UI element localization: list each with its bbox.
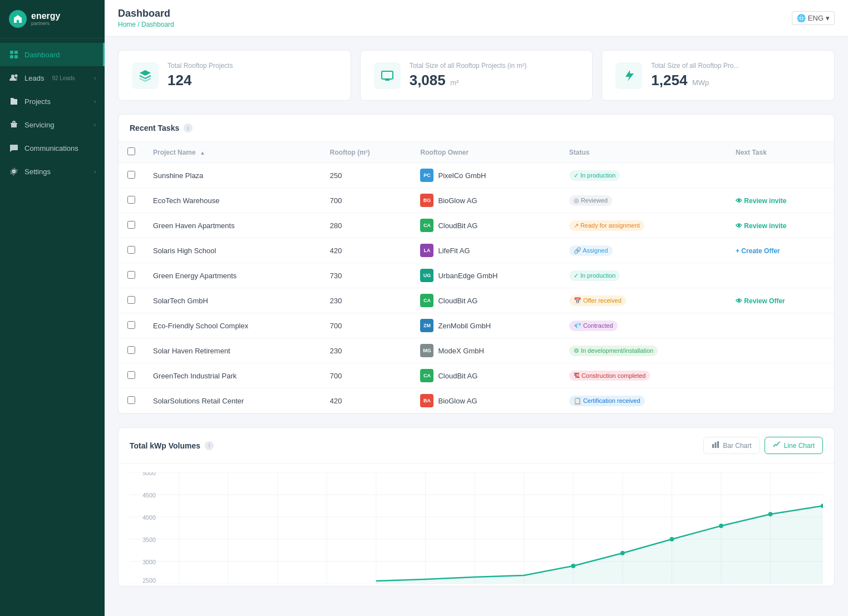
row-checkbox[interactable]: [127, 196, 135, 204]
row-checkbox[interactable]: [127, 346, 135, 354]
table-row: Eco-Friendly School Complex700ZMZenMobil…: [119, 313, 834, 338]
stat-cards: Total Rooftop Projects 124 Total Size of…: [118, 50, 835, 101]
next-task-cell: [727, 388, 834, 413]
project-name-cell: Solaris High School: [144, 238, 321, 263]
svg-text:4000: 4000: [142, 514, 156, 521]
chart-area: 5000 4500 4000 3500 3000 2500: [119, 464, 834, 586]
status-cell: 💎 Contracted: [560, 313, 727, 338]
svg-rect-0: [10, 51, 13, 54]
table-row: Green Energy Apartments730UGUrbanEdge Gm…: [119, 263, 834, 288]
sidebar-item-settings[interactable]: Settings ›: [0, 160, 105, 183]
project-name-cell: Eco-Friendly School Complex: [144, 313, 321, 338]
chart-info-icon[interactable]: i: [205, 441, 214, 450]
table-row: GreenTech Industrial Park700CACloudBit A…: [119, 363, 834, 388]
top-bar: Dashboard Home / Dashboard 🌐 ENG ▾: [105, 0, 848, 37]
lang-label: ENG: [808, 14, 824, 22]
row-checkbox[interactable]: [127, 246, 135, 254]
row-checkbox[interactable]: [127, 396, 135, 404]
next-task-cell: [727, 363, 834, 388]
col-project-name[interactable]: Project Name ▲: [144, 142, 321, 163]
svg-rect-1: [14, 51, 18, 54]
svg-text:4500: 4500: [142, 492, 156, 499]
svg-rect-6: [11, 99, 17, 105]
rooftop-cell: 280: [321, 213, 412, 238]
svg-point-5: [15, 75, 18, 77]
globe-icon: 🌐: [797, 14, 806, 22]
svg-rect-9: [715, 442, 717, 448]
recent-tasks-section: Recent Tasks i Project Name ▲ Rooftop (m…: [118, 114, 835, 414]
info-icon[interactable]: i: [184, 124, 193, 132]
table-row: Solaris High School420LALifeFit AG🔗 Assi…: [119, 238, 834, 263]
row-checkbox[interactable]: [127, 221, 135, 229]
sort-arrow: ▲: [200, 150, 205, 156]
line-chart-svg: 5000 4500 4000 3500 3000 2500: [130, 472, 823, 584]
bar-chart-label: Bar Chart: [723, 442, 751, 450]
sidebar-item-servicing[interactable]: Servicing ›: [0, 113, 105, 136]
row-checkbox[interactable]: [127, 321, 135, 329]
sidebar-item-dashboard[interactable]: Dashboard: [0, 43, 105, 66]
svg-text:3000: 3000: [142, 559, 156, 565]
table-row: Solar Haven Retirement230MGModeX GmbH⚙ I…: [119, 338, 834, 363]
chevron-right-icon: ›: [94, 169, 96, 175]
next-task-link[interactable]: 👁 Review invite: [736, 222, 786, 230]
svg-rect-8: [712, 444, 714, 448]
stat-value-projects: 124: [167, 72, 233, 89]
sidebar-navigation: Dashboard Leads 92 Leads › Projects ›: [0, 38, 105, 616]
line-chart-button[interactable]: Line Chart: [765, 437, 823, 454]
next-task-cell: 👁 Review invite: [727, 188, 834, 213]
rooftop-cell: 230: [321, 338, 412, 363]
sidebar-item-communications[interactable]: Communications: [0, 136, 105, 160]
next-task-cell: [727, 338, 834, 363]
status-cell: ◎ Reviewed: [560, 188, 727, 213]
row-checkbox[interactable]: [127, 271, 135, 279]
content-area: Total Rooftop Projects 124 Total Size of…: [105, 37, 848, 613]
rooftop-cell: 230: [321, 288, 412, 313]
tasks-table: Project Name ▲ Rooftop (m²) Rooftop Owne…: [119, 142, 834, 413]
status-cell: ↗ Ready for assignment: [560, 213, 727, 238]
owner-cell: BABioGlow AG: [411, 388, 560, 413]
status-cell: ⚙ In development/installation: [560, 338, 727, 363]
tasks-title: Recent Tasks: [130, 124, 179, 132]
col-owner: Rooftop Owner: [411, 142, 560, 163]
row-checkbox[interactable]: [127, 171, 135, 179]
rooftop-cell: 730: [321, 263, 412, 288]
sidebar-item-leads[interactable]: Leads 92 Leads ›: [0, 66, 105, 90]
chevron-down-icon: ▾: [826, 14, 830, 22]
owner-cell: CACloudBit AG: [411, 213, 560, 238]
select-all-checkbox[interactable]: [127, 147, 135, 155]
stat-label: Total Rooftop Projects: [167, 62, 233, 70]
breadcrumb-home[interactable]: Home: [118, 21, 136, 28]
communications-icon: [9, 143, 19, 153]
next-task-link[interactable]: + Create Offer: [736, 247, 780, 255]
col-status: Status: [560, 142, 727, 163]
svg-point-33: [670, 537, 674, 541]
table-row: Green Haven Apartments280CACloudBit AG↗ …: [119, 213, 834, 238]
projects-icon: [9, 96, 19, 106]
chart-title: Total kWp Volumes: [130, 441, 200, 450]
sidebar-item-label: Projects: [24, 97, 51, 106]
logo-sub: partners: [31, 21, 60, 26]
next-task-link[interactable]: 👁 Review Offer: [736, 297, 785, 305]
svg-point-35: [768, 512, 773, 516]
sidebar-item-projects[interactable]: Projects ›: [0, 90, 105, 113]
owner-cell: CACloudBit AG: [411, 288, 560, 313]
rooftop-cell: 420: [321, 388, 412, 413]
sidebar-item-label: Servicing: [24, 121, 54, 129]
next-task-link[interactable]: 👁 Review invite: [736, 197, 786, 205]
project-name-cell: Sunshine Plaza: [144, 163, 321, 188]
row-checkbox[interactable]: [127, 296, 135, 304]
bar-chart-button[interactable]: Bar Chart: [703, 437, 760, 454]
sidebar-item-label: Leads: [24, 74, 44, 82]
language-selector[interactable]: 🌐 ENG ▾: [792, 11, 835, 25]
chart-header: Total kWp Volumes i Bar Chart Lin: [119, 428, 834, 464]
svg-text:2500: 2500: [142, 577, 156, 584]
next-task-cell: + Create Offer: [727, 238, 834, 263]
rooftop-cell: 700: [321, 313, 412, 338]
table-row: SolarSolutions Retail Center420BABioGlow…: [119, 388, 834, 413]
row-checkbox[interactable]: [127, 371, 135, 379]
project-name-cell: Green Haven Apartments: [144, 213, 321, 238]
servicing-icon: [9, 120, 19, 130]
svg-point-31: [571, 564, 575, 568]
dashboard-icon: [9, 50, 19, 60]
project-name-cell: SolarSolutions Retail Center: [144, 388, 321, 413]
